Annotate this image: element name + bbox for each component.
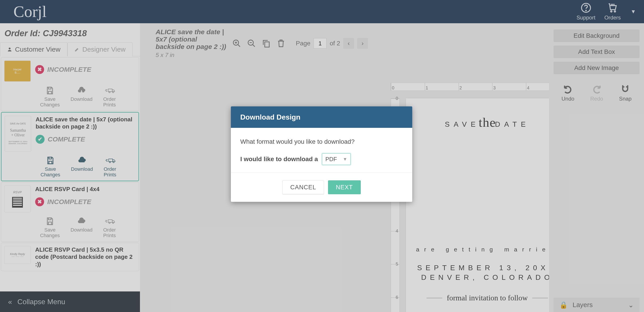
format-value: PDF [325, 156, 337, 163]
download-modal: Download Design What format would you li… [231, 106, 412, 202]
format-select[interactable]: PDF ▼ [322, 153, 351, 165]
modal-sentence: I would like to download a [240, 156, 318, 163]
cancel-button[interactable]: CANCEL [282, 180, 324, 194]
modal-title: Download Design [231, 106, 412, 128]
chevron-down-icon: ▼ [343, 157, 347, 162]
modal-question: What format would you like to download? [240, 138, 403, 145]
next-button[interactable]: NEXT [328, 180, 361, 194]
